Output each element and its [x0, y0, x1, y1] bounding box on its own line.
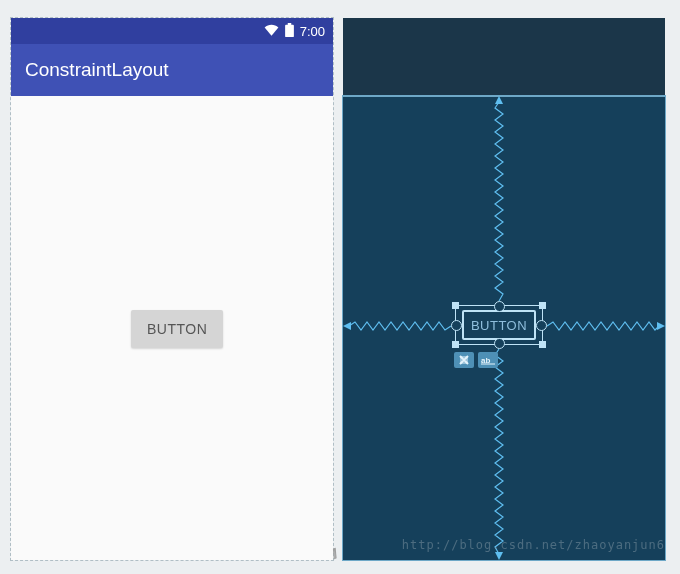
button-label: BUTTON	[147, 321, 207, 337]
blueprint-app-bar	[343, 44, 665, 97]
design-preview-frame[interactable]: 7:00 ConstraintLayout BUTTON ///	[11, 18, 333, 560]
blueprint-surface[interactable]: BUTTON ab	[343, 96, 665, 560]
blueprint-status-bar	[343, 18, 665, 44]
svg-marker-0	[343, 322, 351, 330]
status-bar: 7:00	[11, 18, 333, 44]
layout-editor: 7:00 ConstraintLayout BUTTON ///	[0, 0, 680, 574]
wifi-icon	[264, 24, 279, 39]
selection-handle-icon[interactable]	[452, 341, 459, 348]
constraint-anchor-icon[interactable]	[451, 320, 462, 331]
app-bar-title: ConstraintLayout	[25, 59, 169, 81]
baseline-constraint-button[interactable]: ab	[478, 352, 498, 368]
blueprint-button-widget[interactable]: BUTTON	[455, 305, 543, 345]
selection-handle-icon[interactable]	[452, 302, 459, 309]
blueprint-button-label: BUTTON	[471, 318, 527, 333]
constraint-right-icon	[543, 321, 665, 331]
design-surface[interactable]: BUTTON	[11, 96, 333, 560]
blueprint-preview-frame[interactable]: BUTTON ab http://blog.c	[343, 18, 665, 560]
constraint-anchor-icon[interactable]	[494, 301, 505, 312]
quick-action-chips: ab	[454, 352, 498, 368]
constraint-anchor-icon[interactable]	[494, 338, 505, 349]
watermark-text: http://blog.csdn.net/zhaoyanjun6	[402, 538, 665, 552]
constraint-top-icon	[494, 96, 504, 305]
battery-icon	[285, 23, 294, 40]
blueprint-button-inner: BUTTON	[462, 310, 536, 340]
svg-marker-1	[657, 322, 665, 330]
button-widget[interactable]: BUTTON	[131, 310, 223, 348]
constraint-bottom-icon	[494, 345, 504, 560]
constraint-left-icon	[343, 321, 455, 331]
constraint-anchor-icon[interactable]	[536, 320, 547, 331]
svg-marker-3	[495, 552, 503, 560]
selection-handle-icon[interactable]	[539, 341, 546, 348]
app-bar: ConstraintLayout	[11, 44, 333, 96]
status-clock: 7:00	[300, 24, 325, 39]
selection-handle-icon[interactable]	[539, 302, 546, 309]
clear-constraints-button[interactable]	[454, 352, 474, 368]
svg-marker-2	[495, 96, 503, 104]
